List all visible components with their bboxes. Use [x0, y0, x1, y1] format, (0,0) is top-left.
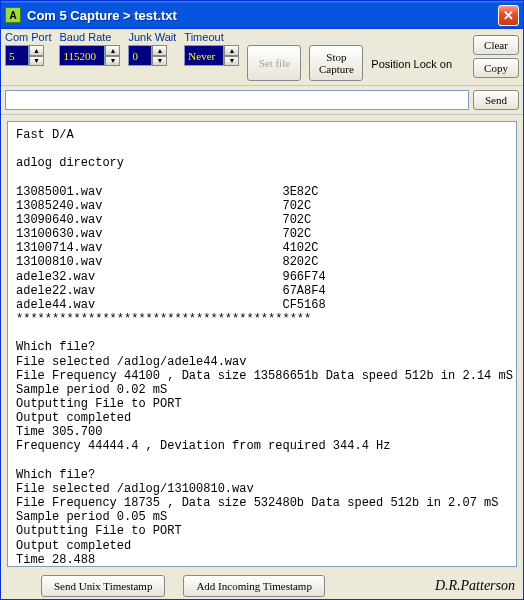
bottom-bar: Send Unix Timestamp Add Incoming Timesta… — [1, 573, 523, 599]
window-title: Com 5 Capture > test.txt — [27, 8, 498, 23]
baud-rate-label: Baud Rate — [59, 31, 120, 43]
com-port-label: Com Port — [5, 31, 51, 43]
timeout-input[interactable] — [184, 45, 224, 66]
stop-capture-button[interactable]: Stop Capture — [309, 45, 363, 81]
send-unix-timestamp-button[interactable]: Send Unix Timestamp — [41, 575, 165, 597]
spin-down-icon[interactable]: ▼ — [105, 56, 120, 67]
spin-up-icon[interactable]: ▲ — [224, 45, 239, 56]
send-button[interactable]: Send — [473, 90, 519, 110]
position-lock-label: Position Lock on — [371, 42, 452, 70]
toolbar: Com Port ▲ ▼ Baud Rate ▲ ▼ Junk Wait ▲ ▼ — [1, 29, 523, 86]
timeout-spinner[interactable]: ▲ ▼ — [184, 45, 239, 66]
spin-up-icon[interactable]: ▲ — [152, 45, 167, 56]
set-file-button: Set file — [247, 45, 301, 81]
spin-down-icon[interactable]: ▼ — [152, 56, 167, 67]
com-port-input[interactable] — [5, 45, 29, 66]
terminal-output[interactable]: Fast D/A adlog directory 13085001.wav 3E… — [7, 121, 517, 567]
timeout-group: Timeout ▲ ▼ — [184, 31, 239, 66]
command-input[interactable] — [5, 90, 469, 110]
titlebar: A Com 5 Capture > test.txt ✕ — [1, 1, 523, 29]
junk-wait-group: Junk Wait ▲ ▼ — [128, 31, 176, 66]
baud-rate-group: Baud Rate ▲ ▼ — [59, 31, 120, 66]
clear-button[interactable]: Clear — [473, 35, 519, 55]
com-port-group: Com Port ▲ ▼ — [5, 31, 51, 66]
close-icon: ✕ — [503, 8, 514, 23]
com-port-spinner[interactable]: ▲ ▼ — [5, 45, 51, 66]
spin-up-icon[interactable]: ▲ — [29, 45, 44, 56]
add-incoming-timestamp-button[interactable]: Add Incoming Timestamp — [183, 575, 325, 597]
close-button[interactable]: ✕ — [498, 5, 519, 26]
signature-text: D.R.Patterson — [435, 578, 515, 594]
command-row: Send — [1, 86, 523, 115]
junk-wait-input[interactable] — [128, 45, 152, 66]
app-icon: A — [5, 7, 21, 23]
baud-rate-input[interactable] — [59, 45, 105, 66]
copy-button[interactable]: Copy — [473, 58, 519, 78]
spin-up-icon[interactable]: ▲ — [105, 45, 120, 56]
timeout-label: Timeout — [184, 31, 239, 43]
junk-wait-spinner[interactable]: ▲ ▼ — [128, 45, 176, 66]
junk-wait-label: Junk Wait — [128, 31, 176, 43]
baud-rate-spinner[interactable]: ▲ ▼ — [59, 45, 120, 66]
spin-down-icon[interactable]: ▼ — [224, 56, 239, 67]
spin-down-icon[interactable]: ▼ — [29, 56, 44, 67]
